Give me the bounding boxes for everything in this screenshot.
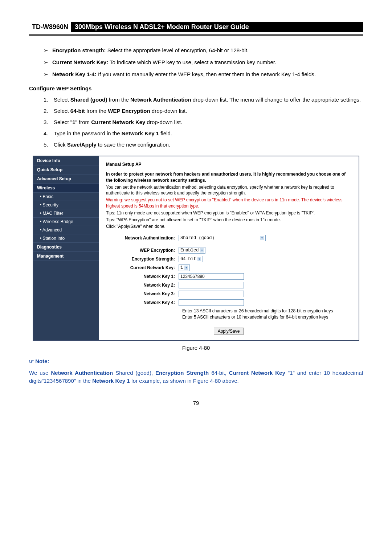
configure-title: Configure WEP Settings <box>29 85 363 91</box>
sidebar-item-basic[interactable]: • Basic <box>33 193 99 201</box>
step-item: 3.Select "1" from Current Network Key dr… <box>44 118 363 126</box>
sidebar: Device Info Quick Setup Advanced Setup W… <box>33 156 99 340</box>
label-network-auth: Network Authentication: <box>106 235 179 241</box>
panel-tip: Tips: 11n only mode are not supported wh… <box>106 210 351 216</box>
form-row-auth: Network Authentication: Shared (good) ▾ <box>106 235 351 241</box>
key-hint: Enter 13 ASCII characters or 26 hexadeci… <box>182 308 351 320</box>
label-network-key-4: Network Key 4: <box>106 300 179 305</box>
sidebar-item-diagnostics[interactable]: Diagnostics <box>33 243 99 252</box>
form-row-key3: Network Key 3: <box>106 291 351 297</box>
sidebar-item-advanced[interactable]: • Advanced <box>33 226 99 234</box>
form-row-wep: WEP Encryption: Enabled ▾ <box>106 247 351 254</box>
select-value: Enabled <box>180 248 199 253</box>
sidebar-item-quick-setup[interactable]: Quick Setup <box>33 165 99 175</box>
input-network-key-3[interactable] <box>179 291 244 297</box>
input-network-key-1[interactable] <box>179 273 244 280</box>
label-network-key-3: Network Key 3: <box>106 291 179 296</box>
form-row-strength: Encryption Strength: 64-bit ▾ <box>106 256 351 262</box>
label-network-key-1: Network Key 1: <box>106 274 179 279</box>
chevron-down-icon: ▾ <box>200 248 204 253</box>
sidebar-item-wireless-bridge[interactable]: • Wireless Bridge <box>33 218 99 226</box>
model-number: TD-W8960N <box>29 23 71 31</box>
bullet-label: Network Key 1-4: <box>52 71 97 77</box>
panel-warning: Warning: we suggest you not to set WEP e… <box>106 197 351 209</box>
hint-text: Enter 13 ASCII characters or 26 hexadeci… <box>182 308 351 314</box>
panel-heading: Manual Setup AP <box>106 162 351 167</box>
apply-wrap: Apply/Save <box>106 320 351 335</box>
form-row-curkey: Current Network Key: 1 ▾ <box>106 264 351 271</box>
step-item: 5.Click Save/Apply to save the new confi… <box>44 141 363 148</box>
figure-caption: Figure 4-80 <box>29 345 363 351</box>
page-header: TD-W8960N 300Mbps Wireless N ADSL2+ Mode… <box>29 22 363 36</box>
input-network-key-4[interactable] <box>179 299 244 306</box>
sidebar-item-device-info[interactable]: Device Info <box>33 156 99 165</box>
chevron-down-icon: ▾ <box>184 266 188 270</box>
select-value: Shared (good) <box>180 235 215 241</box>
bullet-label: Encryption strength: <box>52 47 106 53</box>
select-wep-encryption[interactable]: Enabled ▾ <box>179 247 205 254</box>
panel-text: You can set the network authentication m… <box>106 184 351 197</box>
step-item: 1.Select Shared (good) from the Network … <box>44 96 363 103</box>
bullet-text: Select the appropriate level of encrypti… <box>106 47 249 53</box>
panel-intro: In order to protect your network from ha… <box>106 171 351 184</box>
bullet-label: Current Network Key: <box>52 59 108 65</box>
note-text: We use Network Authentication Shared (go… <box>29 369 363 385</box>
router-screenshot: Device Info Quick Setup Advanced Setup W… <box>33 156 359 341</box>
bullet-item: Encryption strength: Select the appropri… <box>44 46 363 54</box>
label-network-key-2: Network Key 2: <box>106 283 179 288</box>
header-title: 300Mbps Wireless N ADSL2+ Modem Router U… <box>71 22 363 32</box>
panel-tip: Tips: "WPA Encryption" are not allowed t… <box>106 217 351 223</box>
label-current-key: Current Network Key: <box>106 265 179 270</box>
select-network-auth[interactable]: Shared (good) ▾ <box>179 235 266 241</box>
sidebar-item-station-info[interactable]: • Station Info <box>33 234 99 243</box>
select-encryption-strength[interactable]: 64-bit ▾ <box>179 256 203 262</box>
step-item: 4.Type in the password in the Network Ke… <box>44 130 363 137</box>
label-wep-encryption: WEP Encryption: <box>106 248 179 253</box>
feature-bullets: Encryption strength: Select the appropri… <box>44 46 363 78</box>
sidebar-item-management[interactable]: Management <box>33 252 99 261</box>
sidebar-item-advanced-setup[interactable]: Advanced Setup <box>33 175 99 184</box>
apply-save-button[interactable]: Apply/Save <box>214 328 244 335</box>
note-label: ☞ Note: <box>29 358 363 365</box>
bullet-text: If you want to manually enter the WEP ke… <box>97 71 316 77</box>
page-number: 79 <box>29 400 363 406</box>
label-encryption-strength: Encryption Strength: <box>106 257 179 262</box>
sidebar-item-security[interactable]: • Security <box>33 201 99 209</box>
sidebar-item-wireless[interactable]: Wireless <box>33 184 99 193</box>
chevron-down-icon: ▾ <box>260 236 264 240</box>
form-row-key2: Network Key 2: <box>106 282 351 288</box>
chevron-down-icon: ▾ <box>197 257 201 261</box>
bullet-item: Network Key 1-4: If you want to manually… <box>44 70 363 78</box>
select-value: 1 <box>180 265 183 270</box>
bullet-text: To indicate which WEP key to use, select… <box>108 59 276 65</box>
form-row-key1: Network Key 1: <box>106 273 351 280</box>
panel-text: Click "Apply/Save" when done. <box>106 223 351 230</box>
bullet-item: Current Network Key: To indicate which W… <box>44 58 363 66</box>
input-network-key-2[interactable] <box>179 282 244 288</box>
content-pane: Manual Setup AP In order to protect your… <box>99 156 359 340</box>
step-item: 2.Select 64-bit from the WEP Encryption … <box>44 107 363 115</box>
select-current-key[interactable]: 1 ▾ <box>179 264 190 271</box>
hint-text: Enter 5 ASCII characters or 10 hexadecim… <box>182 314 351 320</box>
sidebar-item-mac-filter[interactable]: • MAC Filter <box>33 209 99 218</box>
steps-list: 1.Select Shared (good) from the Network … <box>44 96 363 148</box>
select-value: 64-bit <box>180 257 196 262</box>
form-row-key4: Network Key 4: <box>106 299 351 306</box>
